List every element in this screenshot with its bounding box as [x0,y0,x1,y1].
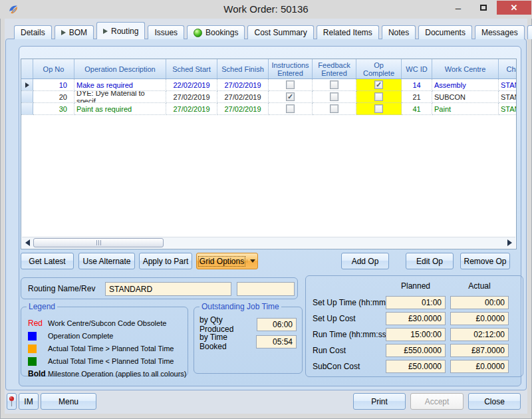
tab-notes[interactable]: Notes [382,25,416,39]
titlebar: Work Order: 50136 – ✕ [0,0,532,19]
blue-swatch-icon [28,332,37,341]
tab-related-items[interactable]: Related Items [317,25,379,39]
instructions-entered-checkbox[interactable] [286,92,295,101]
tab-details[interactable]: Details [14,25,52,39]
dropdown-arrow-icon [250,259,255,263]
green-orb-icon [194,29,202,37]
row-selector[interactable] [21,79,33,91]
column-header-op-no[interactable]: Op No [33,59,74,78]
tab-documents[interactable]: Documents [418,25,472,39]
scrollbar-thumb[interactable] [33,238,164,247]
grid-row-op-30[interactable]: 30 Paint as required 27/02/2019 27/02/20… [21,103,517,115]
horizontal-scrollbar[interactable] [22,237,515,248]
column-header-sched-start[interactable]: Sched Start [166,59,217,78]
routing-rev-field[interactable] [237,282,295,296]
close-button[interactable]: Close [468,393,521,410]
legend-title: Legend [27,302,57,311]
actual-value-field: £0.0000 [450,312,509,325]
legend-item: Actual Total Time > Planned Total Time [28,343,174,354]
planned-actual-panel: Planned Actual Set Up Time (hh:mm) 01:00… [305,275,523,377]
work-order-window: Work Order: 50136 – ✕ Details BOM Routin… [0,0,532,419]
column-header-charge[interactable]: Charge [499,59,517,78]
instructions-entered-checkbox[interactable] [286,80,295,89]
tab-cost-summary[interactable]: Cost Summary [247,25,313,39]
routing-name-field[interactable]: STANDARD [105,282,231,296]
cost-row-setup-cost: Set Up Cost £30.0000 £0.0000 [306,312,523,325]
feedback-entered-checkbox[interactable] [330,92,338,101]
red-swatch-text: Red [28,319,48,328]
column-header-instructions-entered[interactable]: Instructions Entered [269,59,313,78]
add-op-button[interactable]: Add Op [341,253,389,269]
cell-description: Paint as required [74,103,166,115]
op-complete-checkbox[interactable] [374,80,383,89]
cell-op-no: 20 [33,91,74,103]
client-area: Details BOM Routing Issues Bookings Cost… [5,19,527,414]
tab-messages[interactable]: Messages [475,25,525,39]
pin-button[interactable] [7,393,17,410]
operations-grid: Op No Operation Description Sched Start … [21,59,517,249]
tab-bom[interactable]: BOM [55,25,94,39]
planned-value-field: £550.0000 [386,344,446,357]
actual-value-field: 00:00 [450,296,509,309]
im-button[interactable]: IM [19,393,39,410]
column-header-operation-description[interactable]: Operation Description [74,59,166,78]
op-complete-checkbox[interactable] [374,92,383,101]
tab-transactions[interactable]: Transactions [527,25,532,39]
pushpin-icon [8,396,15,407]
remove-op-button[interactable]: Remove Op [460,253,510,269]
column-header-sched-finish[interactable]: Sched Finish [217,59,269,78]
cell-sched-start: 27/02/2019 [166,103,217,115]
get-latest-button[interactable]: Get Latest [21,253,74,269]
cell-charge: STANDARD [499,103,517,115]
grid-options-button[interactable]: Grid Options [196,253,258,269]
cell-description: DYE: Dye Material to specif... [74,91,166,103]
column-header-wc-id[interactable]: WC ID [402,59,432,78]
green-swatch-icon [28,357,37,366]
column-header-feedback-entered[interactable]: Feedback Entered [313,59,356,78]
cell-wc-id: 21 [402,91,432,103]
accept-button[interactable]: Accept [410,393,464,410]
cost-row-subcon-cost: SubCon Cost £50.0000 £0.0000 [306,360,523,373]
maximize-button[interactable] [473,0,493,15]
maximize-icon [480,5,487,11]
bold-swatch-text: Bold [28,369,48,378]
cell-op-no: 30 [33,103,74,115]
grid-row-op-10[interactable]: 10 Make as required 22/02/2019 27/02/201… [21,79,517,91]
op-complete-checkbox[interactable] [374,104,383,113]
planned-value-field: 01:00 [386,296,446,309]
outstanding-row: by Time Booked 05:54 [200,335,297,349]
actual-value-field: 02:12:00 [450,328,509,341]
scroll-right-icon[interactable] [507,239,512,246]
print-button[interactable]: Print [353,393,406,410]
apply-to-part-button[interactable]: Apply to Part [139,253,192,269]
tab-strip: Details BOM Routing Issues Bookings Cost… [14,22,523,39]
cell-charge: STANDARD [499,79,517,91]
qty-produced-field: 06:00 [257,318,297,331]
legend-item: Red Work Centre/Subcon Code Obsolete [28,318,166,329]
routing-panel: Op No Operation Description Sched Start … [19,46,521,386]
cell-sched-finish: 27/02/2019 [217,103,269,115]
edit-op-button[interactable]: Edit Op [406,253,454,269]
feedback-entered-checkbox[interactable] [330,104,338,113]
feedback-entered-checkbox[interactable] [330,80,338,89]
legend-item: Actual Total Time < Planned Total Time [28,356,174,366]
time-booked-field: 05:54 [256,335,297,349]
grid-row-op-20[interactable]: 20 DYE: Dye Material to specif... 27/02/… [21,91,517,103]
row-selector[interactable] [21,103,33,115]
scroll-left-icon[interactable] [25,239,30,246]
minimize-button[interactable]: – [448,0,468,15]
tab-routing[interactable]: Routing [96,22,145,39]
planned-header: Planned [386,281,446,291]
column-header-work-centre[interactable]: Work Centre [432,59,499,78]
tab-bookings[interactable]: Bookings [187,25,245,39]
grid-options-dropdown[interactable] [247,259,257,263]
close-window-button[interactable]: ✕ [497,1,531,15]
tab-issues[interactable]: Issues [148,25,184,39]
menu-button[interactable]: Menu [41,393,96,410]
use-alternate-button[interactable]: Use Alternate [78,253,135,269]
outstanding-row: by Qty Produced 06:00 [200,318,297,331]
row-selector[interactable] [21,91,33,103]
column-header-op-complete[interactable]: Op Complete [356,59,402,78]
instructions-entered-checkbox[interactable] [286,104,295,113]
actual-value-field: £87.0000 [450,344,509,357]
